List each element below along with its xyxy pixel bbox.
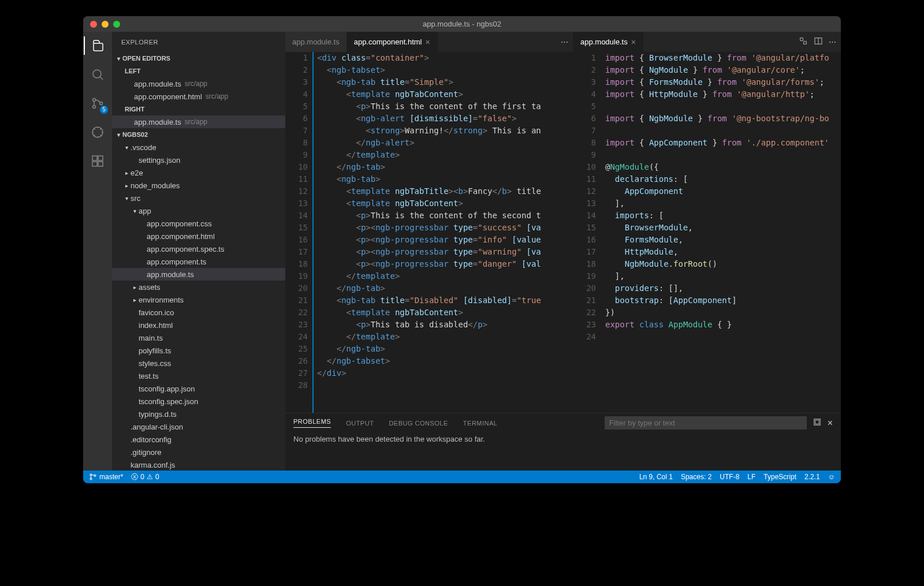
open-editors-right-group[interactable]: RIGHT bbox=[112, 103, 285, 115]
svg-rect-6 bbox=[98, 156, 103, 161]
vscode-window: app.module.ts - ngbs02 5 EXPLORER ▾OPEN … bbox=[83, 16, 841, 483]
search-icon[interactable] bbox=[84, 65, 111, 84]
tab-app-module[interactable]: app.module.ts bbox=[285, 32, 347, 52]
status-bar: master* ⓧ0⚠0 Ln 9, Col 1 Spaces: 2 UTF-8… bbox=[83, 471, 841, 483]
status-ts-version[interactable]: 2.2.1 bbox=[804, 473, 820, 481]
tab-app-component-html[interactable]: app.component.html× bbox=[347, 32, 438, 52]
tree-file[interactable]: main.ts bbox=[112, 331, 285, 344]
close-window-button[interactable] bbox=[90, 21, 97, 28]
svg-point-0 bbox=[93, 70, 101, 78]
tree-file[interactable]: test.ts bbox=[112, 369, 285, 382]
minimize-window-button[interactable] bbox=[102, 21, 109, 28]
tree-folder[interactable]: ▸node_modules bbox=[112, 179, 285, 192]
window-title: app.module.ts - ngbs02 bbox=[83, 20, 841, 28]
svg-rect-11 bbox=[815, 420, 819, 424]
editor-groups: app.module.ts app.component.html× ⋯ 1234… bbox=[285, 32, 841, 413]
status-cursor[interactable]: Ln 9, Col 1 bbox=[639, 473, 673, 481]
tree-file[interactable]: .editorconfig bbox=[112, 433, 285, 446]
project-section[interactable]: ▾NGBS02 bbox=[112, 128, 285, 141]
panel-filter-input[interactable] bbox=[605, 416, 807, 430]
editor-left[interactable]: 1234567891011121314151617181920212223242… bbox=[285, 52, 573, 413]
editor-actions: ⋯ bbox=[799, 32, 841, 52]
activity-bar: 5 bbox=[83, 32, 112, 471]
tab-output[interactable]: OUTPUT bbox=[346, 420, 374, 427]
open-editors-left-group[interactable]: LEFT bbox=[112, 65, 285, 77]
close-panel-icon[interactable]: × bbox=[828, 418, 833, 428]
svg-rect-5 bbox=[92, 156, 97, 161]
tree-file[interactable]: karma.conf.js bbox=[112, 458, 285, 471]
open-editors-section[interactable]: ▾OPEN EDITORS bbox=[112, 52, 285, 65]
split-icon[interactable] bbox=[814, 36, 823, 47]
tree-file[interactable]: tsconfig.spec.json bbox=[112, 395, 285, 408]
editor-right[interactable]: 123456789101112131415161718192021222324 … bbox=[573, 52, 841, 413]
maximize-panel-icon[interactable] bbox=[813, 417, 822, 428]
extensions-icon[interactable] bbox=[84, 152, 111, 170]
svg-point-2 bbox=[93, 106, 96, 109]
code-content[interactable]: import { BrowserModule } from '@angular/… bbox=[605, 52, 841, 413]
titlebar: app.module.ts - ngbs02 bbox=[83, 16, 841, 32]
status-spaces[interactable]: Spaces: 2 bbox=[681, 473, 711, 481]
explorer-tree[interactable]: ▾OPEN EDITORS LEFT app.module.tssrc/app … bbox=[112, 52, 285, 471]
tab-app-module[interactable]: app.module.ts× bbox=[573, 32, 643, 52]
close-icon[interactable]: × bbox=[425, 38, 430, 47]
tree-file[interactable]: typings.d.ts bbox=[112, 408, 285, 420]
open-editor-item[interactable]: app.module.tssrc/app bbox=[112, 77, 285, 90]
tree-file[interactable]: app.component.ts bbox=[112, 255, 285, 268]
debug-icon[interactable] bbox=[84, 123, 111, 141]
tab-terminal[interactable]: TERMINAL bbox=[463, 420, 498, 427]
code-content[interactable]: <div class="container"> <ngb-tabset> <ng… bbox=[312, 52, 573, 413]
tree-file[interactable]: .gitignore bbox=[112, 446, 285, 458]
status-branch[interactable]: master* bbox=[89, 473, 123, 481]
feedback-icon[interactable]: ☺ bbox=[828, 473, 835, 481]
tree-folder[interactable]: ▾app bbox=[112, 204, 285, 217]
editor-group-right: app.module.ts× ⋯ 12345678910111213141516… bbox=[573, 32, 841, 413]
status-eol[interactable]: LF bbox=[747, 473, 755, 481]
sidebar: EXPLORER ▾OPEN EDITORS LEFT app.module.t… bbox=[112, 32, 285, 471]
open-editor-item[interactable]: app.component.htmlsrc/app bbox=[112, 90, 285, 103]
tab-problems[interactable]: PROBLEMS bbox=[293, 418, 331, 428]
tree-file[interactable]: app.component.html bbox=[112, 230, 285, 242]
line-gutter: 123456789101112131415161718192021222324 bbox=[573, 52, 605, 413]
tree-file[interactable]: styles.css bbox=[112, 357, 285, 369]
tree-folder[interactable]: ▸e2e bbox=[112, 166, 285, 179]
svg-point-12 bbox=[90, 474, 92, 476]
tree-file[interactable]: tsconfig.app.json bbox=[112, 382, 285, 395]
tree-file[interactable]: polyfills.ts bbox=[112, 344, 285, 357]
svg-point-1 bbox=[93, 99, 96, 102]
close-icon[interactable]: × bbox=[631, 38, 636, 47]
svg-point-4 bbox=[92, 127, 103, 137]
sidebar-title: EXPLORER bbox=[112, 32, 285, 52]
tab-bar: app.module.ts app.component.html× ⋯ bbox=[285, 32, 573, 52]
svg-rect-8 bbox=[98, 162, 103, 166]
tree-folder[interactable]: ▸assets bbox=[112, 281, 285, 293]
tree-file[interactable]: settings.json bbox=[112, 154, 285, 166]
window-controls bbox=[83, 21, 120, 28]
tree-file[interactable]: index.html bbox=[112, 319, 285, 331]
scm-icon[interactable]: 5 bbox=[84, 94, 111, 113]
editor-actions: ⋯ bbox=[561, 32, 573, 52]
status-problems[interactable]: ⓧ0⚠0 bbox=[131, 472, 159, 482]
status-language[interactable]: TypeScript bbox=[763, 473, 796, 481]
tree-folder[interactable]: ▾src bbox=[112, 192, 285, 204]
editor-group-left: app.module.ts app.component.html× ⋯ 1234… bbox=[285, 32, 573, 413]
tab-bar: app.module.ts× ⋯ bbox=[573, 32, 841, 52]
more-icon[interactable]: ⋯ bbox=[829, 38, 836, 46]
bottom-panel: PROBLEMS OUTPUT DEBUG CONSOLE TERMINAL ×… bbox=[285, 413, 841, 471]
tree-file[interactable]: app.component.css bbox=[112, 217, 285, 230]
tree-folder[interactable]: ▸environments bbox=[112, 293, 285, 306]
open-editor-item[interactable]: app.module.tssrc/app bbox=[112, 115, 285, 128]
svg-rect-7 bbox=[92, 162, 97, 166]
tree-file[interactable]: app.module.ts bbox=[112, 268, 285, 281]
editor-region: app.module.ts app.component.html× ⋯ 1234… bbox=[285, 32, 841, 471]
tab-debug-console[interactable]: DEBUG CONSOLE bbox=[389, 420, 448, 427]
compare-icon[interactable] bbox=[799, 36, 808, 47]
maximize-window-button[interactable] bbox=[113, 21, 120, 28]
svg-point-13 bbox=[90, 478, 92, 480]
explorer-icon[interactable] bbox=[84, 36, 111, 55]
tree-file[interactable]: favicon.ico bbox=[112, 306, 285, 319]
tree-file[interactable]: .angular-cli.json bbox=[112, 420, 285, 433]
tree-folder[interactable]: ▾.vscode bbox=[112, 141, 285, 154]
status-encoding[interactable]: UTF-8 bbox=[720, 473, 739, 481]
more-icon[interactable]: ⋯ bbox=[561, 38, 568, 46]
tree-file[interactable]: app.component.spec.ts bbox=[112, 242, 285, 255]
